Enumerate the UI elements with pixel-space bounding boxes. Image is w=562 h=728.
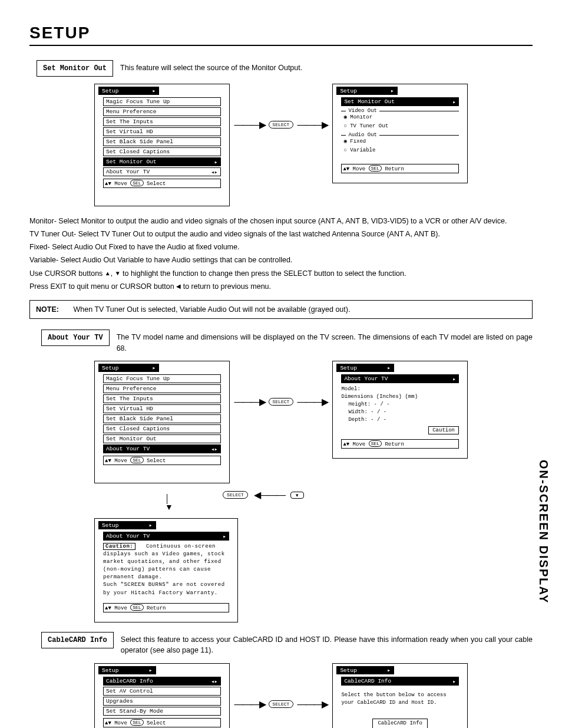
caution-button: Caution bbox=[428, 426, 459, 434]
diagram-cablecard: Setup ▸ CableCARD Info◂▸ Set AV Control … bbox=[29, 663, 533, 728]
menu-tab: Setup ▸ bbox=[336, 364, 394, 372]
side-tab: ON-SCREEN DISPLAY bbox=[537, 460, 550, 604]
explain-fixed: Fixed- Select Audio Out Fixed to have th… bbox=[29, 242, 533, 252]
menu-sub-selected: CableCARD Info▸ bbox=[341, 677, 459, 686]
menu-item: Set Closed Captions bbox=[103, 147, 221, 156]
title-rule bbox=[29, 45, 533, 46]
arrow-connector: ———▶ SELECT ———▶ bbox=[234, 361, 328, 407]
menu-tab: Setup ▸ bbox=[336, 87, 397, 95]
menu-item: Set Stand-By Mode bbox=[103, 707, 221, 716]
down-key-icon: ▾ bbox=[290, 492, 304, 499]
section-desc-monitor-out: This feature will select the source of t… bbox=[120, 60, 533, 74]
menu-status: ▲▼ Move SEL Select bbox=[103, 456, 221, 465]
menu-status: ▲▼ Move SEL Return bbox=[341, 164, 459, 173]
menu-item: Set Black Side Panel bbox=[103, 414, 221, 423]
diagram-monitor-out: Setup ▸ Magic Focus Tune Up Menu Prefere… bbox=[29, 84, 533, 206]
menu-item: Set Virtual HD bbox=[103, 127, 221, 136]
menu-cablecard-detail: Setup ▸ CableCARD Info▸ Select the butto… bbox=[332, 663, 468, 728]
menu-item-selected: About Your TV◂▸ bbox=[103, 444, 221, 453]
section-label-monitor-out: Set Monitor Out bbox=[37, 60, 113, 77]
menu-status: ▲▼ Move SEL Select bbox=[103, 179, 221, 188]
explain-exit: Press EXIT to quit menu or CURSOR button… bbox=[29, 281, 533, 292]
page-title: SETUP bbox=[29, 24, 533, 42]
menu-tab: Setup ▸ bbox=[98, 521, 156, 529]
diagram-about-tv: Setup ▸ Magic Focus Tune Up Menu Prefere… bbox=[29, 361, 533, 483]
menu-setup-left-1: Setup ▸ Magic Focus Tune Up Menu Prefere… bbox=[94, 84, 230, 206]
menu-tab: Setup ▸ bbox=[98, 364, 159, 372]
explain-variable: Variable- Select Audio Out Variable to h… bbox=[29, 255, 533, 265]
menu-item: Set The Inputs bbox=[103, 117, 221, 126]
select-button-icon: SELECT bbox=[223, 491, 248, 499]
explain-cursor: Use CURSOR buttons ▲, ▼ to highlight the… bbox=[29, 268, 533, 279]
menu-cablecard-left: Setup ▸ CableCARD Info◂▸ Set AV Control … bbox=[94, 663, 230, 728]
select-button-icon: SELECT bbox=[269, 398, 294, 406]
menu-tab: Setup ▸ bbox=[336, 666, 394, 674]
menu-item: Set AV Control bbox=[103, 687, 221, 696]
menu-setup-left-2: Setup ▸ Magic Focus Tune Up Menu Prefere… bbox=[94, 361, 230, 483]
menu-item: Set Closed Captions bbox=[103, 424, 221, 433]
section-label-cablecard: CableCARD Info bbox=[41, 632, 114, 648]
diagram-caution: Setup ▸ About Your TV▸ Caution: Continuo… bbox=[29, 518, 533, 622]
menu-status: ▲▼ Move SEL Return bbox=[341, 439, 459, 449]
arrow-connector: ———▶ SELECT ———▶ bbox=[234, 84, 328, 130]
note-box: NOTE: When TV Tuner Out is selected, Var… bbox=[29, 300, 533, 319]
note-label: NOTE: bbox=[36, 305, 71, 314]
menu-item: About Your TV◂▸ bbox=[103, 167, 221, 176]
menu-item: Set Black Side Panel bbox=[103, 137, 221, 146]
menu-item: Set The Inputs bbox=[103, 394, 221, 403]
menu-item: Set Monitor Out bbox=[103, 434, 221, 443]
menu-tab: Setup ▸ bbox=[98, 87, 159, 95]
menu-status: ▲▼ Move SEL Return bbox=[103, 603, 229, 612]
menu-item: Set Virtual HD bbox=[103, 404, 221, 413]
arrow-connector: ———▶ SELECT ———▶ bbox=[234, 663, 328, 710]
section-desc-about-tv: The TV model name and dimensions will be… bbox=[117, 330, 533, 354]
note-text: When TV Tuner Out is selected, Variable … bbox=[73, 305, 350, 314]
section-label-about-tv: About Your TV bbox=[41, 330, 110, 346]
menu-item: Menu Preference bbox=[103, 107, 221, 116]
explain-monitor: Monitor- Select Monitor to output the au… bbox=[29, 216, 533, 226]
menu-about-detail: Setup ▸ About Your TV▸ Model: Dimensions… bbox=[332, 361, 468, 459]
select-button-icon: SELECT bbox=[269, 121, 294, 129]
menu-item-selected: CableCARD Info◂▸ bbox=[103, 677, 221, 686]
menu-sub-selected: Set Monitor Out▸ bbox=[341, 97, 459, 106]
menu-status: ▲▼ Move SEL Select bbox=[103, 718, 221, 727]
menu-item-selected: Set Monitor Out▸ bbox=[103, 157, 221, 166]
menu-item: Upgrades bbox=[103, 697, 221, 706]
down-arrow-icon: │▼ bbox=[165, 495, 173, 511]
menu-item: Magic Focus Tune Up bbox=[103, 374, 221, 383]
cablecard-info-button: CableCARD Info bbox=[372, 719, 428, 728]
menu-sub-selected: About Your TV▸ bbox=[341, 374, 459, 383]
menu-item: Magic Focus Tune Up bbox=[103, 97, 221, 106]
menu-item: Menu Preference bbox=[103, 384, 221, 393]
explain-tvtuner: TV Tuner Out- Select TV Tuner Out to out… bbox=[29, 229, 533, 239]
menu-tab: Setup ▸ bbox=[98, 666, 156, 674]
menu-caution-detail: Setup ▸ About Your TV▸ Caution: Continuo… bbox=[94, 518, 238, 622]
section-desc-cablecard: Select this feature to access your Cable… bbox=[121, 632, 533, 657]
arrow-row-middle: SELECT ◀——— ▾ bbox=[29, 489, 533, 500]
menu-sub-selected: About Your TV▸ bbox=[103, 532, 229, 541]
select-button-icon: SELECT bbox=[269, 700, 294, 708]
menu-monitor-out-detail: Setup ▸ Set Monitor Out▸ Video Out ◉ Mon… bbox=[332, 84, 468, 183]
